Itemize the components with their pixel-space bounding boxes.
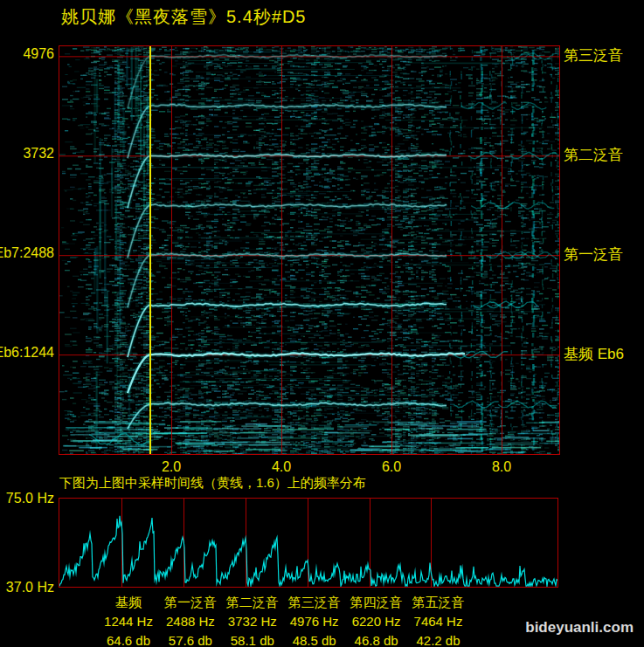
overtone-label: 第二泛音	[564, 145, 623, 165]
freq-axis-tick: 4976	[23, 46, 54, 62]
spectrum-canvas	[59, 499, 557, 587]
spectrogram-canvas	[59, 46, 559, 454]
table-column-hz: 7464 Hz	[391, 612, 487, 631]
section-caption: 下图为上图中采样时间线（黄线，1.6）上的频率分布	[59, 475, 366, 492]
overtone-label: 第三泛音	[564, 45, 623, 65]
time-axis: 2.04.06.08.0	[0, 459, 644, 477]
table-column: 第五泛音7464 Hz42.2 db	[391, 593, 487, 647]
time-axis-tick: 6.0	[370, 459, 412, 475]
time-axis-tick: 4.0	[260, 459, 302, 475]
spectrogram-plot	[59, 45, 560, 455]
freq-axis: 49763732Eb7:2488Eb6:1244	[0, 0, 54, 489]
time-axis-tick: 8.0	[481, 459, 523, 475]
freq-axis-tick: 3732	[23, 146, 54, 162]
sample-time-line	[149, 46, 151, 454]
spectrum-plot	[59, 498, 558, 588]
freq-axis-tick: Eb7:2488	[0, 245, 54, 261]
time-axis-tick: 2.0	[150, 459, 192, 475]
freq-axis-tick: Eb6:1244	[0, 345, 54, 361]
watermark: bideyuanli.com	[525, 619, 634, 637]
overtone-label: 基频 Eb6	[564, 344, 624, 364]
table-column-db: 42.2 db	[391, 631, 487, 647]
overtone-labels: 第三泛音第二泛音第一泛音基频 Eb6	[564, 0, 644, 471]
page-title: 姚贝娜《黑夜落雪》5.4秒#D5	[61, 5, 307, 29]
table-column-name: 第五泛音	[391, 593, 487, 612]
overtone-label: 第一泛音	[564, 244, 623, 265]
spectrum-ymax-label: 75.0 Hz	[6, 491, 54, 506]
